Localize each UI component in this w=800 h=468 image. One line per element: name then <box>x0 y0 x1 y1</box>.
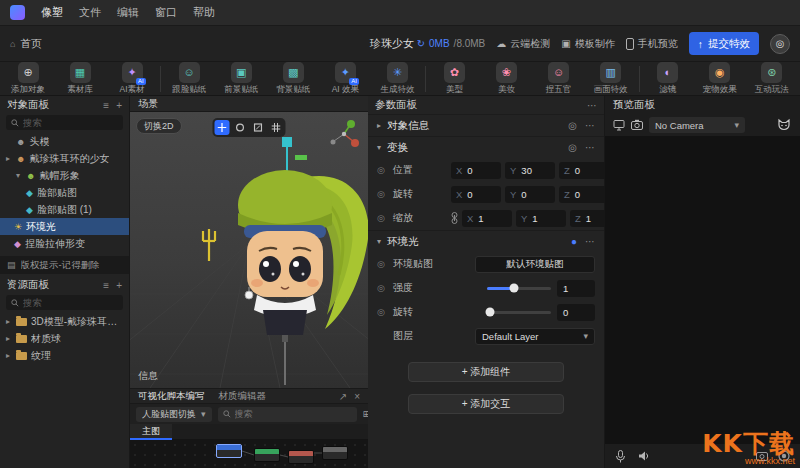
keyframe-icon[interactable]: ◎ <box>377 189 387 199</box>
storage-status[interactable]: ↻ 0MB/8.0MB <box>417 38 486 49</box>
microphone-icon[interactable] <box>615 450 626 463</box>
env-map-button[interactable]: 默认环境贴图 <box>475 256 595 273</box>
more-icon[interactable]: ⋯ <box>587 100 597 111</box>
keyframe-icon[interactable]: ◎ <box>377 259 387 269</box>
resource-item-materials[interactable]: ▸材质球 <box>0 330 129 347</box>
tree-item-face-texture-1[interactable]: ◆脸部贴图 (1) <box>0 201 129 218</box>
keyframe-icon[interactable]: ◎ <box>377 165 387 175</box>
sort-icon[interactable]: ≡ <box>103 280 109 291</box>
intensity-slider[interactable] <box>487 287 551 290</box>
menu-edit[interactable]: 编辑 <box>117 5 139 20</box>
keyframe-icon[interactable]: ◎ <box>377 213 387 223</box>
tree-item-face-stretch-deform[interactable]: ◆捏脸拉伸形变 <box>0 235 129 252</box>
rotate-tool-button[interactable] <box>233 120 248 135</box>
ribbon-item-face-features[interactable]: ☺捏五官 <box>535 62 583 96</box>
ribbon-item-generate-effect[interactable]: ✳生成特效 <box>373 62 421 96</box>
ribbon-item-ai-effect[interactable]: ✦AIAI 效果 <box>321 62 369 96</box>
node-search-input[interactable] <box>235 409 352 419</box>
expand-icon[interactable]: ▸ <box>4 334 12 343</box>
section-object-info[interactable]: ▸ 对象信息 ◎⋯ <box>368 114 604 136</box>
expand-icon[interactable]: ▸ <box>4 351 12 360</box>
link-scale-icon[interactable] <box>451 212 458 224</box>
graph-select-dropdown[interactable]: 人脸贴图切换 ▾ <box>136 407 212 422</box>
preview-viewport[interactable] <box>605 136 800 444</box>
expand-icon[interactable]: ▸ <box>4 317 12 326</box>
user-avatar[interactable]: ◎ <box>770 34 790 54</box>
screen-cast-icon[interactable] <box>613 119 625 131</box>
light-rotation-slider[interactable] <box>487 311 551 314</box>
add-component-button[interactable]: + 添加组件 <box>408 362 564 382</box>
switch-2d-button[interactable]: 切换2D <box>136 118 182 134</box>
cloud-check-button[interactable]: ☁ 云端检测 <box>496 37 550 51</box>
graph-node[interactable] <box>322 446 348 460</box>
ribbon-item-face-sticker[interactable]: ☺跟脸贴纸 <box>165 62 213 96</box>
rotation-y-input[interactable]: Y0 <box>505 186 555 203</box>
object-search-input[interactable] <box>23 117 118 128</box>
rotation-z-input[interactable]: Z0 <box>559 186 609 203</box>
camera-select[interactable]: No Camera ▾ <box>649 117 745 133</box>
node-canvas[interactable] <box>130 440 368 468</box>
orientation-gizmo[interactable] <box>326 118 362 148</box>
camera-icon[interactable] <box>631 119 643 131</box>
ribbon-item-ai-material[interactable]: ✦AIAI素材 <box>108 62 156 96</box>
graph-node[interactable] <box>254 448 280 462</box>
tree-item-hat-avatar[interactable]: ▾☻戴帽形象 <box>0 167 129 184</box>
keyframe-icon[interactable]: ◎ <box>377 283 387 293</box>
graph-node[interactable] <box>288 450 314 464</box>
phone-preview-button[interactable]: 手机预览 <box>626 37 678 51</box>
rotation-x-input[interactable]: X0 <box>451 186 501 203</box>
ribbon-item-beauty-shape[interactable]: ✿美型 <box>430 62 478 96</box>
visibility-icon[interactable]: ◎ <box>568 142 577 153</box>
menu-help[interactable]: 帮助 <box>193 5 215 20</box>
ribbon-item-makeup[interactable]: ❀美妆 <box>483 62 531 96</box>
position-x-input[interactable]: X0 <box>451 162 501 179</box>
scene-tab[interactable]: 场景 <box>138 97 158 111</box>
visibility-icon[interactable]: ◎ <box>568 120 577 131</box>
ribbon-item-screen-effect[interactable]: ▥画面特效 <box>587 62 635 96</box>
tab-visual-script[interactable]: 可视化脚本编写 <box>138 390 205 403</box>
submit-effect-button[interactable]: ↑ 提交特效 <box>689 32 759 55</box>
more-icon[interactable]: ⋯ <box>585 236 595 247</box>
scale-x-input[interactable]: X1 <box>462 210 512 227</box>
more-icon[interactable]: ⋯ <box>585 142 595 153</box>
scale-y-input[interactable]: Y1 <box>516 210 566 227</box>
more-icon[interactable]: ⋯ <box>585 120 595 131</box>
add-interaction-button[interactable]: + 添加交互 <box>408 394 564 414</box>
tree-item-ambient-light[interactable]: ☀环境光 <box>0 218 129 235</box>
mascot-cat-button[interactable] <box>776 118 792 132</box>
tree-item-head-model[interactable]: ☻头模 <box>0 133 129 150</box>
section-transform[interactable]: ▾ 变换 ◎⋯ <box>368 136 604 158</box>
resource-item-textures[interactable]: ▸纹理 <box>0 347 129 364</box>
graph-node[interactable] <box>216 444 242 458</box>
tab-material-editor[interactable]: 材质编辑器 <box>219 390 267 403</box>
add-icon[interactable]: + <box>116 100 122 111</box>
close-panel-icon[interactable]: × <box>354 391 360 402</box>
ribbon-item-filter[interactable]: ◐滤镜 <box>644 62 692 96</box>
intensity-value[interactable]: 1 <box>557 280 595 297</box>
layer-select[interactable]: Default Layer ▾ <box>475 328 595 345</box>
scene-viewport[interactable]: 切换2D <box>130 112 368 388</box>
ribbon-item-background-sticker[interactable]: ▩背景贴纸 <box>269 62 317 96</box>
ribbon-item-foreground-sticker[interactable]: ▣前景贴纸 <box>217 62 265 96</box>
keyframe-icon[interactable]: ◎ <box>377 307 387 317</box>
collapse-icon[interactable]: ▾ <box>14 171 22 180</box>
sort-icon[interactable]: ≡ <box>103 100 109 111</box>
scale-tool-button[interactable] <box>251 120 266 135</box>
menu-file[interactable]: 文件 <box>79 5 101 20</box>
toggle-on-icon[interactable]: ● <box>571 236 577 247</box>
light-rotation-value[interactable]: 0 <box>557 304 595 321</box>
grid-tool-button[interactable] <box>269 120 284 135</box>
template-make-button[interactable]: ▣ 模板制作 <box>561 37 614 51</box>
resource-search-input[interactable] <box>23 297 118 308</box>
ribbon-item-material-library[interactable]: ▦素材库 <box>56 62 104 96</box>
expand-icon[interactable]: ▸ <box>4 154 12 163</box>
add-icon[interactable]: + <box>116 280 122 291</box>
character-3d-model[interactable] <box>195 135 368 385</box>
position-z-input[interactable]: Z0 <box>559 162 609 179</box>
section-ambient-light[interactable]: ▾ 环境光 ●⋯ <box>368 230 604 252</box>
copyright-note-item[interactable]: ▤版权提示-记得删除 <box>0 256 129 274</box>
ribbon-item-add-object[interactable]: ⊕添加对象 <box>4 62 52 96</box>
tree-item-face-texture[interactable]: ◆脸部贴图 <box>0 184 129 201</box>
home-button[interactable]: ⌂ 首页 <box>10 37 41 51</box>
ribbon-item-pet-effect[interactable]: ◉宠物效果 <box>696 62 744 96</box>
